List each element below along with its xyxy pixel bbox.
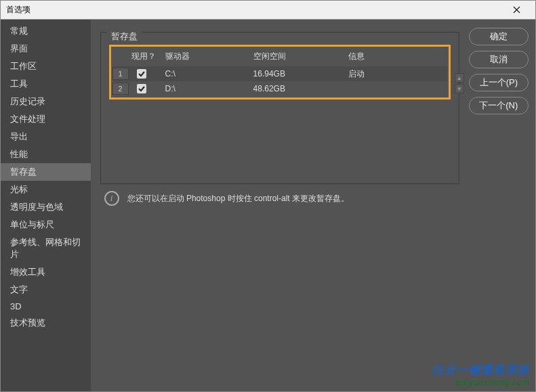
sidebar-item-performance[interactable]: 性能 — [1, 146, 91, 163]
sidebar-item-export[interactable]: 导出 — [1, 128, 91, 146]
titlebar: 首选项 — [1, 1, 535, 20]
prev-button[interactable]: 上一个(P) — [469, 74, 529, 91]
sidebar-item-type[interactable]: 文字 — [1, 281, 91, 299]
sidebar-item-history[interactable]: 历史记录 — [1, 93, 91, 110]
hint-text: 您还可以在启动 Photoshop 时按住 control-alt 来更改暂存盘… — [127, 193, 349, 204]
row-info: 启动 — [348, 68, 447, 80]
row-number: 1 — [112, 68, 129, 80]
table-row[interactable]: 1 C:\ 16.94GB 启动 — [112, 66, 447, 81]
sidebar-item-general[interactable]: 常规 — [1, 22, 91, 40]
close-icon — [513, 6, 520, 14]
dialog-buttons: 确定 取消 上一个(P) 下一个(N) — [469, 20, 535, 391]
header-info: 信息 — [348, 51, 447, 62]
sidebar-item-filehandling[interactable]: 文件处理 — [1, 110, 91, 128]
chevron-down-icon: ▼ — [457, 86, 462, 92]
header-drive: 驱动器 — [165, 51, 253, 62]
ok-button[interactable]: 确定 — [469, 28, 529, 45]
active-checkbox[interactable] — [137, 69, 146, 79]
sidebar-item-transparency[interactable]: 透明度与色域 — [1, 198, 91, 216]
sidebar-item-units[interactable]: 单位与标尺 — [1, 216, 91, 234]
row-drive: D:\ — [165, 84, 253, 93]
next-button[interactable]: 下一个(N) — [469, 97, 529, 114]
move-up-button[interactable]: ▲ — [455, 73, 464, 83]
close-button[interactable] — [503, 1, 530, 19]
watermark-brand: 白云一键重装系统 — [432, 362, 530, 378]
watermark: 白云一键重装系统 baiyunxitong.com — [432, 362, 530, 387]
move-down-button[interactable]: ▼ — [455, 84, 464, 93]
table-row[interactable]: 2 D:\ 48.62GB — [112, 81, 447, 96]
window-title: 首选项 — [6, 4, 503, 16]
sidebar-item-scratchdisks[interactable]: 暂存盘 — [1, 163, 91, 181]
row-space: 48.62GB — [253, 84, 348, 93]
check-icon — [138, 70, 146, 78]
header-space: 空闲空间 — [253, 51, 348, 62]
sidebar-item-cursors[interactable]: 光标 — [1, 181, 91, 198]
sidebar-item-interface[interactable]: 界面 — [1, 40, 91, 58]
chevron-up-icon: ▲ — [457, 75, 462, 81]
panel-title: 暂存盘 — [107, 30, 142, 43]
scratch-disk-table: 现用？ 驱动器 空闲空间 信息 1 C:\ — [112, 48, 447, 96]
main-area: 暂存盘 现用？ 驱动器 空闲空间 信息 1 — [91, 20, 469, 391]
sidebar-item-tools[interactable]: 工具 — [1, 75, 91, 93]
sidebar-item-workspace[interactable]: 工作区 — [1, 58, 91, 75]
row-space: 16.94GB — [253, 69, 348, 79]
active-checkbox[interactable] — [137, 84, 146, 93]
check-icon — [138, 85, 146, 93]
sidebar-item-3d[interactable]: 3D — [1, 299, 91, 314]
cancel-button[interactable]: 取消 — [469, 51, 529, 68]
row-drive: C:\ — [165, 69, 253, 79]
sidebar-item-guides[interactable]: 参考线、网格和切片 — [1, 234, 91, 263]
highlight-annotation: 现用？ 驱动器 空闲空间 信息 1 C:\ — [109, 45, 451, 100]
sidebar-item-plugins[interactable]: 增效工具 — [1, 263, 91, 281]
sidebar: 常规 界面 工作区 工具 历史记录 文件处理 导出 性能 暂存盘 光标 透明度与… — [1, 20, 91, 391]
sidebar-item-techpreview[interactable]: 技术预览 — [1, 314, 91, 332]
info-icon: i — [104, 191, 119, 206]
watermark-url: baiyunxitong.com — [432, 378, 530, 387]
table-header-row: 现用？ 驱动器 空闲空间 信息 — [112, 48, 447, 66]
row-number: 2 — [112, 83, 129, 95]
header-active: 现用？ — [131, 51, 165, 62]
